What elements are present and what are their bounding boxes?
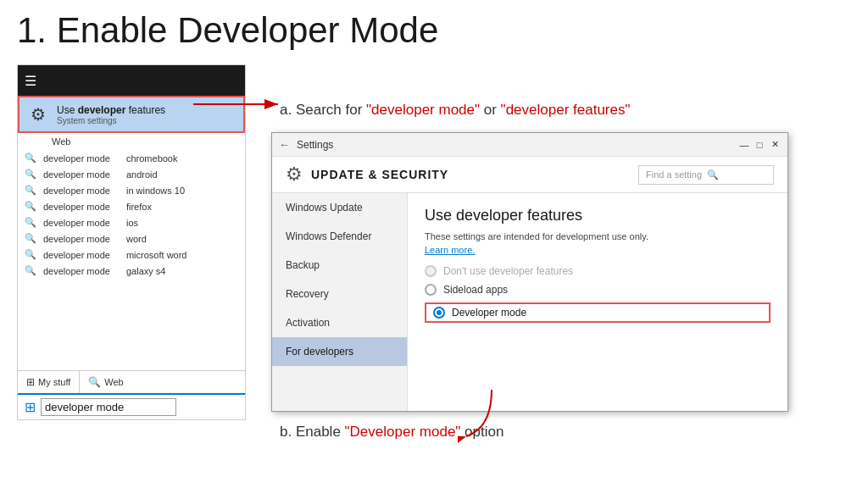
search-icon: 🔍 [25, 265, 36, 276]
result-keyword: developer mode [43, 153, 110, 164]
browser-panel: ☰ ⚙ Use developer features System settin… [17, 64, 246, 420]
result-suffix: firefox [126, 202, 152, 212]
result-bold: developer [78, 104, 126, 116]
close-button[interactable]: ✕ [769, 139, 781, 151]
web-label: Web [18, 133, 245, 150]
hamburger-icon[interactable]: ☰ [25, 73, 36, 89]
settings-search-box[interactable]: Find a setting 🔍 [638, 165, 774, 185]
result-sub-text: System settings [57, 116, 165, 125]
settings-content: Use developer features These settings ar… [408, 193, 787, 411]
back-icon[interactable]: ← [279, 138, 290, 151]
search-icon: 🔍 [25, 185, 36, 196]
content-description: These settings are intended for developm… [425, 231, 771, 241]
settings-body: Windows Update Windows Defender Backup R… [272, 193, 787, 411]
result-keyword: developer mode [43, 234, 110, 244]
annotation-a-text-middle: or [480, 102, 501, 118]
result-suffix: android [126, 169, 158, 180]
result-text-box: Use developer features System settings [57, 104, 165, 125]
browser-bottom: ⊞ My stuff 🔍 Web [18, 370, 245, 393]
settings-window: ← Settings — □ ✕ ⚙ UPDATE & SECURITY Fin… [271, 132, 788, 412]
grid-icon: ⊞ [26, 376, 35, 388]
result-keyword: developer mode [43, 169, 110, 180]
nav-item-backup[interactable]: Backup [272, 251, 407, 280]
settings-gear-icon: ⚙ [286, 164, 303, 186]
list-item[interactable]: 🔍 developer mode chromebook [18, 150, 245, 166]
annotation-a-quote1: "developer mode" [366, 102, 480, 118]
result-suffix: ios [126, 218, 138, 228]
mystuff-tab[interactable]: ⊞ My stuff [18, 371, 80, 393]
annotation-b-quote: "Developer mode" [345, 424, 461, 440]
result-suffix: microsoft word [126, 250, 187, 260]
settings-title-text: Settings [297, 139, 333, 151]
search-icon: 🔍 [25, 233, 36, 244]
list-item[interactable]: 🔍 developer mode microsoft word [18, 247, 245, 263]
settings-nav: Windows Update Windows Defender Backup R… [272, 193, 408, 411]
annotation-a: a. Search for "developer mode" or "devel… [280, 102, 631, 119]
result-normal: features [125, 104, 165, 116]
radio-circle-disabled [425, 265, 437, 277]
nav-item-windows-update[interactable]: Windows Update [272, 193, 407, 222]
radio-label-dont-use: Don't use developer features [443, 265, 573, 277]
result-keyword: developer mode [43, 186, 110, 196]
learn-more-link[interactable]: Learn more. [425, 245, 771, 255]
annotation-a-quote2: "developer features" [501, 102, 631, 118]
list-item[interactable]: 🔍 developer mode in windows 10 [18, 182, 245, 198]
settings-search-placeholder: Find a setting [646, 169, 702, 180]
red-arrow-devmode-annotation [458, 385, 509, 445]
red-arrow-search-annotation [185, 92, 287, 117]
annotation-b-text-before: b. Enable [280, 424, 345, 440]
result-suffix: word [126, 234, 147, 244]
radio-developer-mode-option[interactable]: Developer mode [425, 302, 771, 323]
radio-circle-sideload [425, 284, 437, 296]
search-icon: 🔍 [25, 201, 36, 212]
result-keyword: developer mode [43, 218, 110, 228]
result-keyword: developer mode [43, 250, 110, 260]
windows-start-icon[interactable]: ⊞ [25, 399, 36, 415]
result-main-text: Use developer features [57, 104, 165, 116]
web-tab[interactable]: 🔍 Web [80, 371, 131, 393]
settings-title-left: ← Settings [279, 138, 333, 151]
search-icon: 🔍 [88, 376, 101, 388]
minimize-button[interactable]: — [738, 139, 750, 151]
settings-header-left: ⚙ UPDATE & SECURITY [286, 164, 448, 186]
annotation-a-text-before: a. Search for [280, 102, 366, 118]
nav-item-for-developers[interactable]: For developers [272, 337, 407, 366]
page-title: 1. Enable Developer Mode [17, 10, 438, 51]
search-icon: 🔍 [25, 249, 36, 260]
result-suffix: chromebook [126, 153, 178, 164]
list-item[interactable]: 🔍 developer mode android [18, 166, 245, 182]
search-icon: 🔍 [25, 169, 36, 180]
search-icon: 🔍 [25, 217, 36, 228]
content-title: Use developer features [425, 207, 771, 225]
nav-item-activation[interactable]: Activation [272, 308, 407, 337]
search-icon: 🔍 [707, 169, 719, 180]
mystuff-label: My stuff [38, 377, 70, 387]
radio-circle-developer-mode [433, 307, 445, 319]
search-input-bar: ⊞ [18, 393, 245, 419]
list-item[interactable]: 🔍 developer mode ios [18, 214, 245, 230]
radio-sideload[interactable]: Sideload apps [425, 284, 771, 296]
search-icon: 🔍 [25, 152, 36, 164]
web-tab-label: Web [104, 377, 123, 387]
result-keyword: developer mode [43, 266, 110, 276]
radio-label-sideload: Sideload apps [443, 284, 508, 296]
nav-item-windows-defender[interactable]: Windows Defender [272, 222, 407, 251]
nav-item-recovery[interactable]: Recovery [272, 280, 407, 308]
result-suffix: galaxy s4 [126, 266, 165, 276]
list-item[interactable]: 🔍 developer mode word [18, 230, 245, 247]
result-keyword: developer mode [43, 202, 110, 212]
radio-dont-use[interactable]: Don't use developer features [425, 265, 771, 277]
titlebar-controls: — □ ✕ [738, 139, 781, 151]
result-suffix: in windows 10 [126, 186, 185, 196]
settings-header-title: UPDATE & SECURITY [311, 168, 448, 181]
settings-header: ⚙ UPDATE & SECURITY Find a setting 🔍 [272, 157, 787, 193]
maximize-button[interactable]: □ [754, 139, 765, 151]
list-item[interactable]: 🔍 developer mode firefox [18, 198, 245, 214]
gear-icon: ⚙ [26, 103, 50, 126]
list-item[interactable]: 🔍 developer mode galaxy s4 [18, 263, 245, 279]
radio-label-developer-mode: Developer mode [452, 307, 526, 319]
web-results: 🔍 developer mode chromebook 🔍 developer … [18, 150, 245, 279]
settings-titlebar: ← Settings — □ ✕ [272, 133, 787, 157]
search-input[interactable] [41, 398, 176, 416]
